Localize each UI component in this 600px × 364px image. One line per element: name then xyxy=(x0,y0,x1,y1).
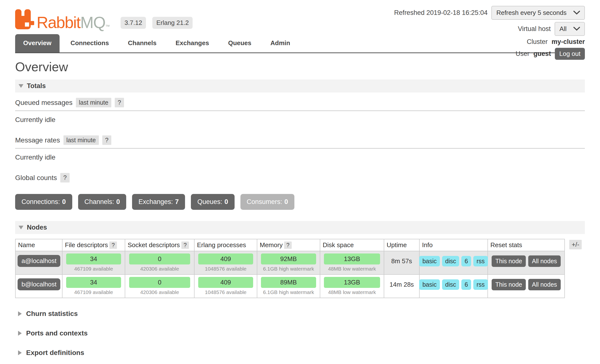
rabbitmq-rabbit-icon xyxy=(15,9,34,30)
disk-value: 13GB xyxy=(324,277,380,288)
info-badge-basic: basic xyxy=(419,279,440,290)
vhost-row: Virtual host All xyxy=(518,22,585,36)
tab-overview[interactable]: Overview xyxy=(15,34,60,52)
tab-exchanges[interactable]: Exchanges xyxy=(176,34,209,52)
info-badge-cores: 6 xyxy=(461,256,471,266)
tab-admin[interactable]: Admin xyxy=(270,34,290,52)
global-counts-help-icon[interactable]: ? xyxy=(60,173,70,182)
refresh-interval-select[interactable]: Refresh every 5 seconds xyxy=(491,6,585,20)
cluster-row: Cluster my-cluster xyxy=(527,38,585,46)
columns-plusminus-toggle[interactable]: +/- xyxy=(569,240,582,249)
proc-cell: 409 1048576 available xyxy=(194,251,257,274)
vhost-label: Virtual host xyxy=(518,25,551,33)
channels-count-value: 0 xyxy=(116,198,120,206)
sd-help-icon[interactable]: ? xyxy=(181,242,189,249)
channels-count-label: Channels: xyxy=(84,198,114,206)
info-badge-disc: disc xyxy=(442,279,459,290)
fd-help-icon[interactable]: ? xyxy=(109,242,117,249)
channels-count-button[interactable]: Channels: 0 xyxy=(78,194,126,210)
col-name: Name xyxy=(15,239,62,251)
col-socket-descriptors: Socket descriptors? xyxy=(125,239,194,251)
info-badge-cores: 6 xyxy=(461,279,471,290)
col-reset-stats: Reset stats xyxy=(488,239,565,251)
info-badge-rss: rss xyxy=(473,256,488,266)
rabbitmq-logo[interactable]: RabbitMQ™ xyxy=(15,9,110,30)
vhost-select[interactable]: All xyxy=(555,22,585,36)
memory-help-icon[interactable]: ? xyxy=(284,242,292,249)
version-badges: 3.7.12 Erlang 21.2 xyxy=(121,17,193,29)
rates-help-icon[interactable]: ? xyxy=(102,135,112,145)
churn-statistics-toggle[interactable]: Churn statistics xyxy=(15,310,585,318)
reset-stats-cell: This node All nodes xyxy=(488,274,565,298)
node-row-b: b@localhost 34 467109 available 0 420306… xyxy=(15,274,565,298)
triangle-right-icon xyxy=(18,311,22,316)
memory-value: 92MB xyxy=(261,253,316,264)
message-rates-header: Message rates last minute ? xyxy=(15,130,585,149)
exchanges-count-button[interactable]: Exchanges: 7 xyxy=(132,194,185,210)
nodes-table-header-row: Name File descriptors? Socket descriptor… xyxy=(15,239,565,251)
consumers-count-value: 0 xyxy=(284,198,288,206)
chevron-down-icon xyxy=(573,27,580,31)
triangle-right-icon xyxy=(18,350,22,355)
totals-section-label: Totals xyxy=(27,82,46,90)
sd-available: 420306 available xyxy=(127,289,192,295)
exchanges-count-label: Exchanges: xyxy=(138,198,173,206)
proc-value: 409 xyxy=(198,253,253,264)
fd-value: 34 xyxy=(66,253,121,264)
uptime-value: 14m 28s xyxy=(386,277,417,288)
queued-idle-text: Currently idle xyxy=(15,116,585,124)
connections-count-button[interactable]: Connections: 0 xyxy=(15,194,72,210)
col-erlang-processes: Erlang processes xyxy=(194,239,257,251)
disk-cell: 13GB 48MB low watermark xyxy=(320,274,384,298)
refresh-row: Refreshed 2019-02-18 16:25:04 Refresh ev… xyxy=(394,6,585,20)
fd-value: 34 xyxy=(66,277,121,288)
connections-count-label: Connections: xyxy=(21,198,60,206)
export-definitions-toggle[interactable]: Export definitions xyxy=(15,349,585,357)
exchanges-count-value: 7 xyxy=(175,198,179,206)
brand-mq: MQ xyxy=(80,13,105,31)
fd-cell: 34 467109 available xyxy=(62,274,125,298)
uptime-cell: 8m 57s xyxy=(384,251,419,274)
global-counts-label: Global counts xyxy=(15,174,57,182)
reset-stats-cell: This node All nodes xyxy=(488,251,565,274)
logout-button[interactable]: Log out xyxy=(555,48,585,60)
erlang-version-badge: Erlang 21.2 xyxy=(152,17,193,29)
queued-help-icon[interactable]: ? xyxy=(115,98,124,107)
consumers-count-button[interactable]: Consumers: 0 xyxy=(240,194,295,210)
reset-all-nodes-button[interactable]: All nodes xyxy=(528,255,561,267)
col-file-descriptors: File descriptors? xyxy=(62,239,125,251)
queues-count-button[interactable]: Queues: 0 xyxy=(191,194,234,210)
node-b-link[interactable]: b@localhost xyxy=(18,278,60,290)
rates-range-badge[interactable]: last minute xyxy=(63,135,99,145)
user-label: User xyxy=(516,50,529,58)
connections-count-value: 0 xyxy=(62,198,66,206)
brand-text: RabbitMQ™ xyxy=(37,15,110,30)
sd-value: 0 xyxy=(129,277,190,288)
queued-range-badge[interactable]: last minute xyxy=(76,98,111,107)
col-uptime: Uptime xyxy=(384,239,419,251)
tab-connections[interactable]: Connections xyxy=(71,34,109,52)
brand-rabbit: Rabbit xyxy=(37,13,80,31)
user-name: guest xyxy=(533,50,551,58)
col-disk-space: Disk space xyxy=(320,239,384,251)
totals-section-toggle[interactable]: Totals xyxy=(15,80,585,92)
node-a-link[interactable]: a@localhost xyxy=(18,255,60,267)
reset-all-nodes-button[interactable]: All nodes xyxy=(528,279,561,290)
reset-this-node-button[interactable]: This node xyxy=(492,279,526,290)
nodes-section-toggle[interactable]: Nodes xyxy=(15,221,585,234)
uptime-cell: 14m 28s xyxy=(384,274,419,298)
col-memory: Memory? xyxy=(257,239,320,251)
memory-cell: 89MB 6.1GB high watermark xyxy=(257,274,320,298)
tab-queues[interactable]: Queues xyxy=(228,34,251,52)
header: RabbitMQ™ 3.7.12 Erlang 21.2 Refreshed 2… xyxy=(15,0,585,53)
tab-channels[interactable]: Channels xyxy=(128,34,156,52)
triangle-down-icon xyxy=(19,84,23,88)
triangle-down-icon xyxy=(19,226,23,229)
uptime-value: 8m 57s xyxy=(386,253,417,265)
triangle-right-icon xyxy=(18,331,22,336)
ports-contexts-toggle[interactable]: Ports and contexts xyxy=(15,329,585,337)
proc-available: 1048576 available xyxy=(197,266,255,272)
nodes-table: Name File descriptors? Socket descriptor… xyxy=(15,239,565,298)
cluster-name: my-cluster xyxy=(551,38,585,46)
reset-this-node-button[interactable]: This node xyxy=(492,255,526,267)
